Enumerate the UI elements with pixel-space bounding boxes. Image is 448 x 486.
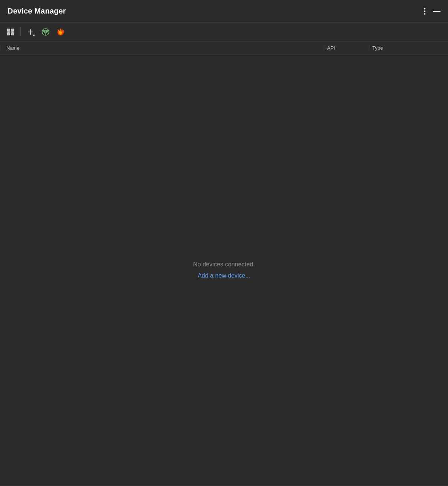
empty-state: No devices connected. Add a new device..…	[0, 55, 448, 485]
title-bar-right	[422, 6, 440, 16]
wifi-icon	[41, 28, 50, 36]
window-minimize-button[interactable]	[433, 11, 440, 12]
toolbar	[0, 23, 448, 41]
app-title: Device Manager	[8, 7, 66, 15]
chevron-down-icon	[32, 35, 35, 36]
kebab-dot	[424, 8, 425, 9]
kebab-dot	[424, 11, 425, 12]
network-button[interactable]	[39, 25, 52, 39]
kebab-dot	[424, 13, 425, 15]
title-bar-left: Device Manager	[8, 7, 66, 15]
no-devices-message: No devices connected.	[193, 261, 255, 268]
toolbar-divider	[20, 27, 21, 36]
title-bar: Device Manager	[0, 0, 448, 23]
add-new-device-link[interactable]: Add a new device...	[198, 272, 250, 279]
column-header-name: Name	[0, 45, 324, 51]
svg-point-0	[45, 33, 46, 35]
fire-button[interactable]	[54, 25, 67, 39]
table-header: Name API Type	[0, 41, 448, 55]
grid-view-button[interactable]	[4, 25, 17, 39]
flame-icon	[56, 28, 65, 36]
add-device-button[interactable]	[24, 25, 37, 39]
kebab-menu-button[interactable]	[422, 6, 427, 16]
grid-icon	[7, 29, 14, 35]
column-header-api: API	[324, 45, 369, 51]
column-header-type: Type	[369, 45, 425, 51]
